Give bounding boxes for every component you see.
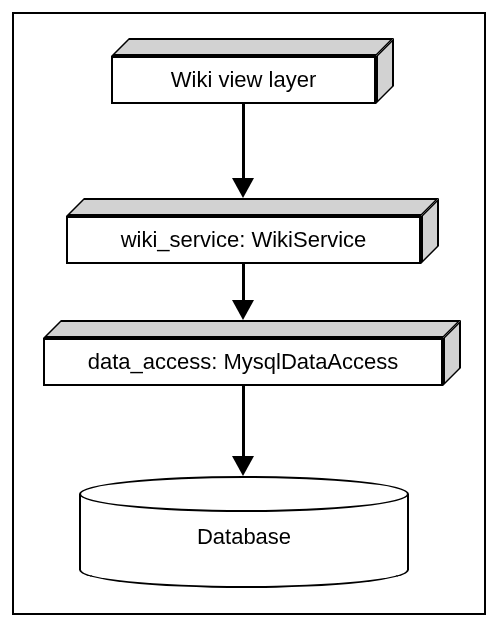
diagram-frame: Wiki view layer wiki_service: WikiServic… xyxy=(12,12,486,615)
database-label: Database xyxy=(197,524,291,550)
layer-label-data-access: data_access: MysqlDataAccess xyxy=(88,349,399,375)
arrow-head xyxy=(232,178,254,198)
layer-label-service: wiki_service: WikiService xyxy=(121,227,367,253)
arrow-line xyxy=(242,264,245,302)
arrow-line xyxy=(242,386,245,458)
arrow-head xyxy=(232,456,254,476)
arrow-head xyxy=(232,300,254,320)
database-cylinder: Database xyxy=(79,476,409,586)
layer-label-view: Wiki view layer xyxy=(171,67,316,93)
arrow-line xyxy=(242,104,245,180)
